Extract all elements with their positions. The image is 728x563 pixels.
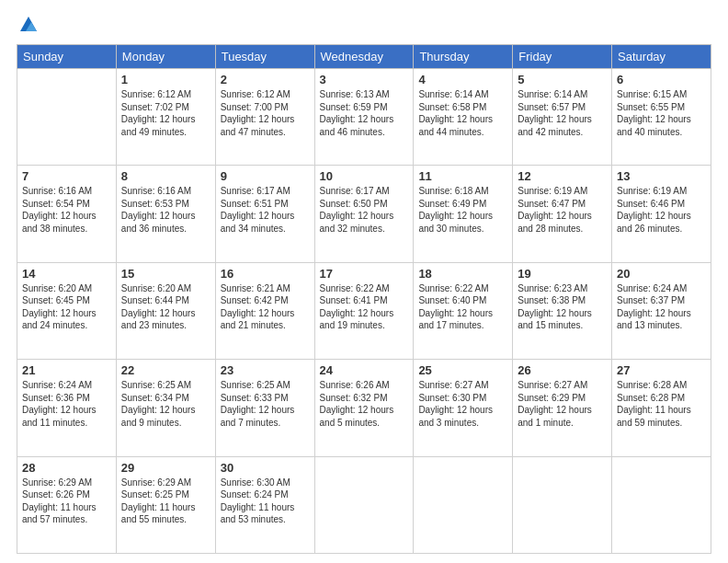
week-row-5: 28Sunrise: 6:29 AM Sunset: 6:26 PM Dayli… [17,456,711,553]
calendar-cell: 17Sunrise: 6:22 AM Sunset: 6:41 PM Dayli… [314,262,414,359]
day-number: 26 [518,363,607,377]
calendar-cell: 4Sunrise: 6:14 AM Sunset: 6:58 PM Daylig… [414,69,513,166]
cell-content: Sunrise: 6:22 AM Sunset: 6:40 PM Dayligh… [418,282,507,332]
week-row-1: 1Sunrise: 6:12 AM Sunset: 7:02 PM Daylig… [17,69,711,166]
day-number: 20 [617,267,706,281]
cell-content: Sunrise: 6:29 AM Sunset: 6:25 PM Dayligh… [121,477,210,526]
calendar-cell: 13Sunrise: 6:19 AM Sunset: 6:46 PM Dayli… [612,166,711,262]
day-number: 25 [418,363,507,377]
page: SundayMondayTuesdayWednesdayThursdayFrid… [0,0,728,563]
day-number: 15 [121,267,210,281]
calendar-cell: 23Sunrise: 6:25 AM Sunset: 6:33 PM Dayli… [215,360,314,456]
calendar-cell: 2Sunrise: 6:12 AM Sunset: 7:00 PM Daylig… [215,69,314,166]
cell-content: Sunrise: 6:30 AM Sunset: 6:24 PM Dayligh… [221,477,310,526]
day-header-thursday: Thursday [414,45,513,69]
calendar-cell: 11Sunrise: 6:18 AM Sunset: 6:49 PM Dayli… [414,166,513,262]
day-number: 3 [320,73,409,86]
calendar-header-row: SundayMondayTuesdayWednesdayThursdayFrid… [17,45,711,69]
day-header-tuesday: Tuesday [215,45,314,69]
day-number: 10 [320,169,409,183]
day-number: 9 [221,169,310,183]
calendar-cell: 21Sunrise: 6:24 AM Sunset: 6:36 PM Dayli… [17,360,117,456]
cell-content: Sunrise: 6:14 AM Sunset: 6:58 PM Dayligh… [418,88,507,138]
day-number: 27 [617,363,706,377]
cell-content: Sunrise: 6:14 AM Sunset: 6:57 PM Dayligh… [518,88,607,138]
day-number: 18 [418,267,507,281]
cell-content: Sunrise: 6:26 AM Sunset: 6:32 PM Dayligh… [320,379,409,429]
day-header-wednesday: Wednesday [314,45,414,69]
calendar-cell: 22Sunrise: 6:25 AM Sunset: 6:34 PM Dayli… [116,360,215,456]
header [17,17,711,35]
week-row-4: 21Sunrise: 6:24 AM Sunset: 6:36 PM Dayli… [17,360,711,456]
cell-content: Sunrise: 6:23 AM Sunset: 6:38 PM Dayligh… [518,282,607,332]
calendar-cell: 12Sunrise: 6:19 AM Sunset: 6:47 PM Dayli… [513,166,612,262]
cell-content: Sunrise: 6:15 AM Sunset: 6:55 PM Dayligh… [617,88,706,138]
cell-content: Sunrise: 6:24 AM Sunset: 6:36 PM Dayligh… [22,379,111,429]
cell-content: Sunrise: 6:13 AM Sunset: 6:59 PM Dayligh… [320,88,409,138]
cell-content: Sunrise: 6:17 AM Sunset: 6:51 PM Dayligh… [221,185,310,235]
calendar-cell: 30Sunrise: 6:30 AM Sunset: 6:24 PM Dayli… [215,456,314,553]
calendar-cell [612,456,711,553]
calendar-cell [17,69,117,166]
calendar-cell: 18Sunrise: 6:22 AM Sunset: 6:40 PM Dayli… [414,262,513,359]
calendar-cell: 10Sunrise: 6:17 AM Sunset: 6:50 PM Dayli… [314,166,414,262]
day-number: 12 [518,169,607,183]
day-number: 30 [221,461,310,475]
day-number: 8 [121,169,210,183]
cell-content: Sunrise: 6:20 AM Sunset: 6:44 PM Dayligh… [121,282,210,332]
calendar-cell: 15Sunrise: 6:20 AM Sunset: 6:44 PM Dayli… [116,262,215,359]
cell-content: Sunrise: 6:12 AM Sunset: 7:00 PM Dayligh… [221,88,310,138]
cell-content: Sunrise: 6:19 AM Sunset: 6:47 PM Dayligh… [518,185,607,235]
cell-content: Sunrise: 6:25 AM Sunset: 6:33 PM Dayligh… [221,379,310,429]
day-number: 6 [617,73,706,86]
logo [17,17,39,35]
logo-icon [18,15,39,35]
day-number: 5 [518,73,607,86]
day-header-friday: Friday [513,45,612,69]
day-number: 13 [617,169,706,183]
calendar-cell: 29Sunrise: 6:29 AM Sunset: 6:25 PM Dayli… [116,456,215,553]
cell-content: Sunrise: 6:29 AM Sunset: 6:26 PM Dayligh… [22,477,111,526]
day-number: 16 [221,267,310,281]
day-number: 28 [22,461,111,475]
cell-content: Sunrise: 6:21 AM Sunset: 6:42 PM Dayligh… [221,282,310,332]
calendar-cell [314,456,414,553]
week-row-2: 7Sunrise: 6:16 AM Sunset: 6:54 PM Daylig… [17,166,711,262]
day-header-sunday: Sunday [17,45,117,69]
calendar-cell: 1Sunrise: 6:12 AM Sunset: 7:02 PM Daylig… [116,69,215,166]
day-header-saturday: Saturday [612,45,711,69]
cell-content: Sunrise: 6:18 AM Sunset: 6:49 PM Dayligh… [418,185,507,235]
calendar-cell: 19Sunrise: 6:23 AM Sunset: 6:38 PM Dayli… [513,262,612,359]
calendar-cell: 3Sunrise: 6:13 AM Sunset: 6:59 PM Daylig… [314,69,414,166]
calendar-cell: 27Sunrise: 6:28 AM Sunset: 6:28 PM Dayli… [612,360,711,456]
day-number: 2 [221,73,310,86]
cell-content: Sunrise: 6:16 AM Sunset: 6:53 PM Dayligh… [121,185,210,235]
calendar-cell: 14Sunrise: 6:20 AM Sunset: 6:45 PM Dayli… [17,262,117,359]
calendar-cell: 20Sunrise: 6:24 AM Sunset: 6:37 PM Dayli… [612,262,711,359]
week-row-3: 14Sunrise: 6:20 AM Sunset: 6:45 PM Dayli… [17,262,711,359]
calendar-cell: 6Sunrise: 6:15 AM Sunset: 6:55 PM Daylig… [612,69,711,166]
cell-content: Sunrise: 6:16 AM Sunset: 6:54 PM Dayligh… [22,185,111,235]
calendar-cell: 8Sunrise: 6:16 AM Sunset: 6:53 PM Daylig… [116,166,215,262]
cell-content: Sunrise: 6:25 AM Sunset: 6:34 PM Dayligh… [121,379,210,429]
cell-content: Sunrise: 6:24 AM Sunset: 6:37 PM Dayligh… [617,282,706,332]
cell-content: Sunrise: 6:27 AM Sunset: 6:30 PM Dayligh… [418,379,507,429]
cell-content: Sunrise: 6:27 AM Sunset: 6:29 PM Dayligh… [518,379,607,429]
day-number: 23 [221,363,310,377]
day-number: 7 [22,169,111,183]
calendar-cell: 26Sunrise: 6:27 AM Sunset: 6:29 PM Dayli… [513,360,612,456]
day-number: 24 [320,363,409,377]
day-number: 21 [22,363,111,377]
calendar-cell [513,456,612,553]
calendar-cell: 5Sunrise: 6:14 AM Sunset: 6:57 PM Daylig… [513,69,612,166]
day-number: 4 [418,73,507,86]
cell-content: Sunrise: 6:17 AM Sunset: 6:50 PM Dayligh… [320,185,409,235]
day-number: 19 [518,267,607,281]
calendar-cell: 25Sunrise: 6:27 AM Sunset: 6:30 PM Dayli… [414,360,513,456]
day-number: 1 [121,73,210,86]
calendar-table: SundayMondayTuesdayWednesdayThursdayFrid… [17,44,711,554]
calendar-cell: 16Sunrise: 6:21 AM Sunset: 6:42 PM Dayli… [215,262,314,359]
day-number: 14 [22,267,111,281]
cell-content: Sunrise: 6:22 AM Sunset: 6:41 PM Dayligh… [320,282,409,332]
calendar-cell: 9Sunrise: 6:17 AM Sunset: 6:51 PM Daylig… [215,166,314,262]
